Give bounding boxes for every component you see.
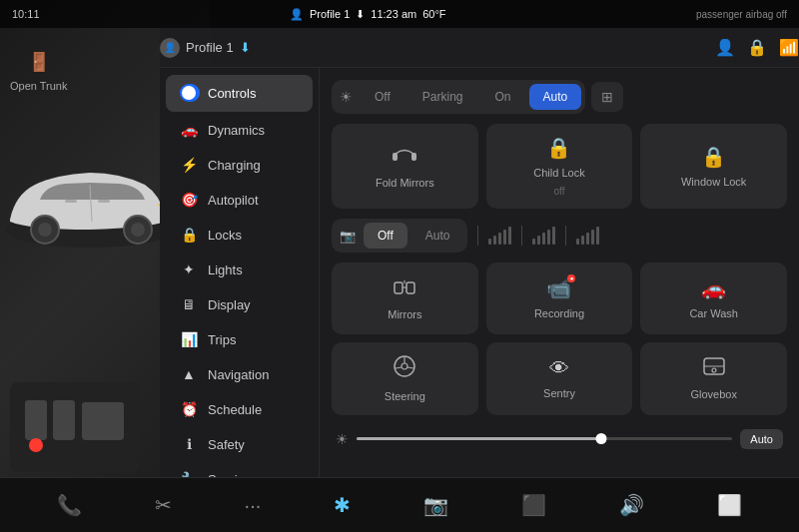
child-lock-label: Child Lock <box>533 166 584 180</box>
sidebar-item-navigation[interactable]: ▲ Navigation <box>166 357 313 391</box>
autopilot-icon: 🎯 <box>180 192 198 208</box>
svg-point-2 <box>38 223 52 237</box>
sun-icon: ☀ <box>336 89 357 105</box>
window-lock-card[interactable]: 🔒 Window Lock <box>640 124 787 209</box>
sidebar-item-safety[interactable]: ℹ Safety <box>166 427 313 461</box>
profile-label: Profile 1 <box>186 40 234 55</box>
svg-rect-16 <box>411 153 416 161</box>
schedule-icon: ⏰ <box>180 401 198 417</box>
status-download: ⬇ <box>356 8 365 21</box>
glovebox-card[interactable]: Glovebox <box>640 342 787 415</box>
lights-section: ☀ Off Parking On Auto ⊞ <box>332 80 787 114</box>
svg-rect-6 <box>98 200 110 203</box>
svg-rect-8 <box>25 410 47 440</box>
sentry-label: Sentry <box>543 386 575 400</box>
lights-on-button[interactable]: On <box>480 84 524 110</box>
display-button[interactable]: ⊞ <box>591 82 623 112</box>
bar2-3 <box>542 233 545 245</box>
svg-point-21 <box>401 363 407 369</box>
brightness-thumb[interactable] <box>595 433 606 444</box>
bar-1 <box>488 239 491 245</box>
lights-auto-button[interactable]: Auto <box>529 84 582 110</box>
sidebar-item-locks[interactable]: 🔒 Locks <box>166 218 313 252</box>
child-lock-card[interactable]: 🔒 Child Lock off <box>486 124 633 209</box>
car-wash-card[interactable]: 🚗 Car Wash <box>640 263 787 333</box>
sidebar-item-display[interactable]: 🖥 Display <box>166 287 313 321</box>
profile-header: 👤 Profile 1 ⬇ 👤 🔒 📶 <box>160 28 799 68</box>
sidebar-item-lights[interactable]: ✦ Lights <box>166 253 313 286</box>
steering-card[interactable]: Steering <box>332 342 478 415</box>
media-icon[interactable]: ⬜ <box>709 485 750 525</box>
open-trunk-label: Open Trunk <box>10 79 67 94</box>
lights-icon: ✦ <box>180 262 198 277</box>
divider-3 <box>565 226 566 246</box>
phone-icon[interactable]: 📞 <box>49 485 90 525</box>
header-wifi-icon: 📶 <box>779 38 799 57</box>
svg-point-27 <box>712 368 716 372</box>
sentry-card[interactable]: 👁 Sentry <box>486 342 633 415</box>
apps-icon[interactable]: ⬛ <box>513 485 554 525</box>
sidebar-item-schedule[interactable]: ⏰ Schedule <box>166 392 313 426</box>
camera-button-group: 📷 Off Auto <box>332 219 467 253</box>
status-temp: 60°F <box>422 8 445 20</box>
bluetooth-icon[interactable]: ✱ <box>326 485 359 525</box>
bar3-5 <box>596 227 599 245</box>
signal-bars-3 <box>576 227 599 245</box>
open-trunk-button[interactable]: 🚪 Open Trunk <box>10 50 67 95</box>
sidebar-item-service[interactable]: 🔧 Service <box>166 462 313 477</box>
bar-4 <box>503 230 506 245</box>
status-right: passenger airbag off <box>696 9 787 20</box>
bar3-3 <box>586 233 589 245</box>
locks-icon: 🔒 <box>180 227 198 243</box>
camera-taskbar-icon[interactable]: 📷 <box>415 485 456 525</box>
fold-mirrors-icon <box>392 143 417 170</box>
window-lock-icon: 🔒 <box>701 145 726 169</box>
lights-label: Lights <box>208 263 243 277</box>
sidebar-item-controls[interactable]: Controls <box>166 75 313 112</box>
sidebar-item-trips[interactable]: 📊 Trips <box>166 322 313 356</box>
child-lock-status: off <box>554 186 565 197</box>
airbag-text: passenger airbag off <box>696 9 787 20</box>
lights-off-button[interactable]: Off <box>361 84 404 110</box>
navigation-label: Navigation <box>208 367 269 382</box>
sidebar-item-autopilot[interactable]: 🎯 Autopilot <box>166 183 313 217</box>
signal-bars-2 <box>532 227 555 245</box>
seats-area <box>10 382 140 472</box>
header-person-icon: 👤 <box>715 38 735 57</box>
volume-icon[interactable]: 🔊 <box>611 485 652 525</box>
camera-auto-button[interactable]: Auto <box>411 223 464 249</box>
scissors-icon[interactable]: ✂ <box>147 485 180 525</box>
svg-rect-18 <box>406 282 414 293</box>
main-content: ☀ Off Parking On Auto ⊞ Fold <box>320 68 799 477</box>
charging-label: Charging <box>208 158 261 173</box>
profile-avatar: 👤 <box>160 38 180 58</box>
seats-svg <box>20 390 130 465</box>
car-wash-label: Car Wash <box>689 306 738 320</box>
camera-off-button[interactable]: Off <box>364 223 407 249</box>
controls-toggle-icon <box>180 84 198 103</box>
bar-3 <box>498 233 501 245</box>
profile-pill[interactable]: 👤 Profile 1 ⬇ <box>160 38 251 58</box>
recording-card[interactable]: 📹 ● Recording <box>486 263 633 333</box>
bar3-4 <box>591 230 594 245</box>
lights-parking-button[interactable]: Parking <box>408 84 477 110</box>
controls-label: Controls <box>208 86 256 101</box>
taskbar: 📞 ✂ ··· ✱ 📷 ⬛ 🔊 ⬜ <box>0 477 799 532</box>
display-seg-icon: ⊞ <box>601 89 613 105</box>
mirror-card-grid: Fold Mirrors 🔒 Child Lock off 🔒 Window L… <box>332 124 787 209</box>
status-left: 10:11 <box>12 8 40 20</box>
profile-download-icon: ⬇ <box>240 40 251 55</box>
status-bar: 10:11 👤 Profile 1 ⬇ 11:23 am 60°F passen… <box>0 0 799 28</box>
bar2-5 <box>552 227 555 245</box>
brightness-fill <box>357 437 601 440</box>
mirrors-card[interactable]: Mirrors <box>332 263 478 333</box>
dots-icon[interactable]: ··· <box>237 486 270 525</box>
brightness-auto-button[interactable]: Auto <box>740 429 783 449</box>
status-center: 👤 Profile 1 ⬇ 11:23 am 60°F <box>290 8 446 21</box>
sidebar-item-dynamics[interactable]: 🚗 Dynamics <box>166 113 313 147</box>
brightness-slider[interactable] <box>357 437 732 440</box>
fold-mirrors-card[interactable]: Fold Mirrors <box>332 124 478 209</box>
sidebar-item-charging[interactable]: ⚡ Charging <box>166 148 313 182</box>
recording-icon: 📹 ● <box>546 276 571 300</box>
profile-name-top: Profile 1 <box>310 8 350 20</box>
